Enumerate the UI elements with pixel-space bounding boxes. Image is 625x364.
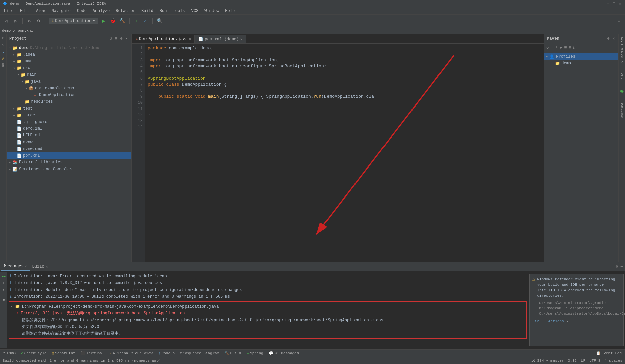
event-log-tab[interactable]: 📋 Event Log [594, 350, 624, 357]
menu-edit[interactable]: Edit [17, 8, 32, 14]
tab-demo-application[interactable]: ☕ DemoApplication.java ✕ [132, 35, 195, 43]
settings-panel-icon[interactable]: ⚙ [120, 35, 123, 42]
git-update-button[interactable]: ⬆ [132, 17, 140, 25]
btool-sequence[interactable]: ⊞ Sequence Diagram [178, 350, 221, 357]
code-lines[interactable]: package com.example.demo; import org.spr… [145, 44, 544, 262]
messages-tab-close[interactable]: ✕ [25, 264, 27, 268]
alibaba-icon[interactable]: A [1, 56, 6, 61]
run-all-icon[interactable]: ▶▶ [1, 274, 6, 279]
tab-build[interactable]: Build ✕ [30, 263, 51, 271]
btool-spring[interactable]: ❋ Spring [245, 350, 265, 357]
tree-gitignore[interactable]: ▸ 📄 .gitignore [7, 119, 131, 125]
tree-target[interactable]: ▸ 📁 target [7, 112, 131, 119]
tree-scratches-consoles[interactable]: ▸ 📝 Scratches and Consoles [7, 166, 131, 173]
run-button[interactable]: ▶ [100, 17, 108, 25]
tab-messages[interactable]: Messages ✕ [1, 263, 30, 271]
tree-mvnw-cmd[interactable]: ▸ 📄 mvnw.cmd [7, 146, 131, 152]
maven-info-icon[interactable]: ℹ [572, 44, 575, 51]
db-right-icon[interactable]: ◉ [619, 88, 625, 94]
maximize-button[interactable]: □ [612, 1, 616, 6]
close-panel-icon[interactable]: ✕ [125, 35, 129, 42]
menu-window[interactable]: Window [202, 8, 222, 14]
menu-view[interactable]: View [33, 8, 48, 14]
menu-file[interactable]: File [1, 8, 17, 14]
debug-button[interactable]: 🐞 [109, 17, 117, 25]
menu-refactor[interactable]: Refactor [113, 8, 138, 14]
settings-button[interactable]: ⚙ [35, 17, 43, 25]
tab-pom-xml[interactable]: 📄 pom.xml (demo) ✕ [195, 35, 246, 43]
btool-checkstyle[interactable]: ✓ CheckStyle [19, 350, 49, 357]
maven-download-icon[interactable]: ⬇ [555, 44, 558, 51]
refresh-button[interactable]: ↺ [25, 17, 33, 25]
maven-run-icon[interactable]: ▶ [559, 44, 563, 51]
prev-error-icon[interactable]: ⬆ [1, 287, 6, 293]
btool-build[interactable]: 🔨 Build [222, 350, 243, 357]
tree-demo-iml[interactable]: ▸ 📄 demo.iml [7, 125, 131, 132]
tree-help-md[interactable]: ▸ 📄 HELP.md [7, 132, 131, 139]
btool-terminal[interactable]: ⬛ Terminal [79, 350, 106, 357]
bottom-close-icon[interactable]: ─ [620, 264, 624, 270]
tree-main[interactable]: ▾ 📁 main [7, 71, 131, 78]
git-commit-button[interactable]: ✓ [142, 17, 150, 25]
tree-idea[interactable]: ▸ 📁 .idea [7, 51, 131, 58]
tree-external-libraries[interactable]: ▸ 📚 External Libraries [7, 159, 131, 166]
menu-run[interactable]: Run [157, 8, 170, 14]
cloud-icon[interactable]: ☁ [1, 49, 6, 55]
tree-mvnw[interactable]: ▸ 📄 mvnw [7, 139, 131, 146]
btool-sonarlint[interactable]: ◎ SonarLint [50, 350, 77, 357]
menu-analyze[interactable]: Analyze [90, 8, 112, 14]
maven-close-icon[interactable]: ✕ [612, 35, 616, 42]
menu-navigate[interactable]: Navigate [49, 8, 74, 14]
build-button[interactable]: 🔨 [118, 17, 126, 25]
btool-todo[interactable]: ≡ TODO [1, 350, 18, 357]
tree-test[interactable]: ▸ 📁 test [7, 105, 131, 112]
forward-button[interactable]: ▷ [11, 17, 20, 25]
menu-tools[interactable]: Tools [170, 8, 188, 14]
tree-java-dir[interactable]: ▾ 📁 java [7, 78, 131, 85]
back-button[interactable]: ◁ [2, 17, 10, 25]
maven-demo-item[interactable]: ▸ 📁 demo [544, 60, 618, 67]
window-controls[interactable]: ─ □ ✕ [605, 1, 622, 6]
settings-gear-button[interactable]: ⚙ [615, 17, 623, 25]
maven-filter-icon[interactable]: ⊟ [568, 44, 572, 51]
structure-icon[interactable]: S [1, 42, 6, 48]
maven-add-icon[interactable]: + [550, 44, 554, 51]
next-error-icon[interactable]: ⬇ [1, 280, 6, 286]
tab-demo-application-close[interactable]: ✕ [189, 37, 191, 41]
menu-help[interactable]: Help [222, 8, 237, 14]
btool-codeup[interactable]: ↑ Codeup [156, 350, 177, 357]
code-editor[interactable]: 1 2 3 4 5 6 7 8 9 10 11 12 13 14 package… [132, 44, 544, 262]
tree-root[interactable]: ▾ 📁 demo D:\Program Files\project\demo [7, 44, 131, 51]
btool-alibaba[interactable]: ☁ Alibaba Cloud View [108, 350, 155, 357]
maven-refresh-icon[interactable]: ↺ [546, 44, 549, 51]
tab-pom-xml-close[interactable]: ✕ [240, 37, 242, 41]
close-button[interactable]: ✕ [618, 1, 622, 6]
tree-src[interactable]: ▾ 📁 src [7, 65, 131, 71]
fix-link[interactable]: Fix... [532, 318, 546, 324]
build-tab-close[interactable]: ✕ [46, 265, 48, 269]
database-icon[interactable]: Database [619, 102, 625, 119]
lf-status[interactable]: LF [581, 359, 585, 363]
encoding-status[interactable]: UTF-8 [589, 359, 600, 363]
ant-icon[interactable]: Ant [619, 72, 625, 80]
db-icon[interactable]: 🗄 [1, 63, 6, 68]
actions-link[interactable]: Actions [548, 318, 564, 324]
minimize-button[interactable]: ─ [605, 1, 610, 6]
run-config-selector[interactable]: ☕ DemoApplication ▾ [49, 18, 98, 24]
bottom-settings-icon[interactable]: ⚙ [615, 263, 619, 270]
btool-messages[interactable]: 💬 0: Messages [267, 350, 301, 357]
line-col-status[interactable]: 3:32 [568, 359, 577, 363]
search-button[interactable]: 🔍 [155, 17, 164, 25]
expand-error-icon[interactable]: ▾ [11, 304, 13, 310]
expand-tree-icon[interactable]: ⊞ [1, 297, 6, 302]
maven-settings-icon[interactable]: ⚙ [607, 35, 610, 42]
menu-code[interactable]: Code [74, 8, 89, 14]
locate-icon[interactable]: ◎ [109, 35, 113, 42]
menu-build[interactable]: Build [139, 8, 156, 14]
menu-vcs[interactable]: VCS [189, 8, 201, 14]
maven-profiles-item[interactable]: ▾ 👤 Profiles [544, 53, 618, 60]
tree-resources[interactable]: ▸ 📁 resources [7, 98, 131, 105]
project-icon[interactable]: P [1, 36, 6, 41]
tree-demo-application[interactable]: ▸ ☕ DemoApplication [7, 92, 131, 98]
maven-lifecycle-icon[interactable]: ⊞ [564, 44, 567, 51]
